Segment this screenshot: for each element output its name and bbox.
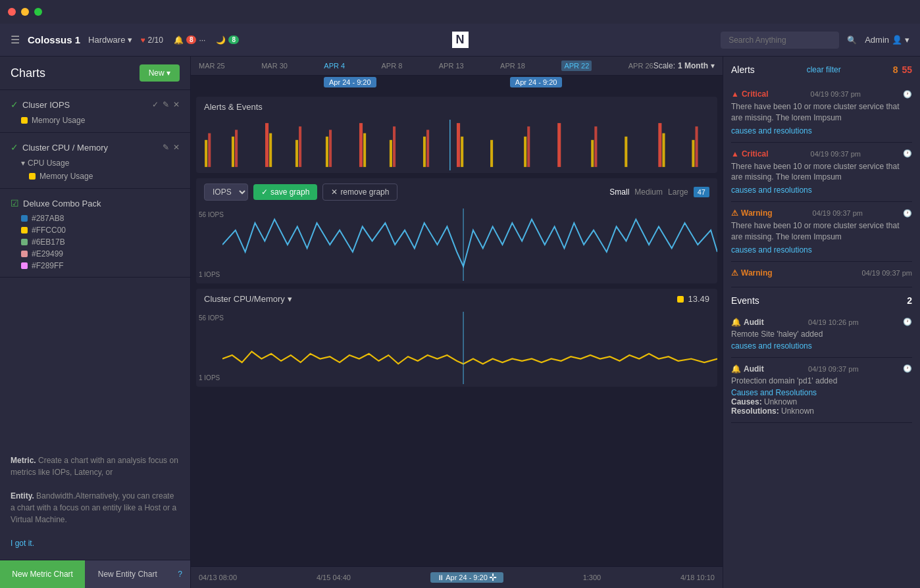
got-it-link[interactable]: I got it.	[11, 539, 34, 548]
date-mar25: MAR 25	[199, 62, 225, 70]
pause-icon: ⏸	[437, 574, 444, 581]
minimize-btn[interactable]	[21, 8, 29, 16]
svg-rect-22	[591, 140, 594, 167]
scale-selector[interactable]: Scale: 1 Month ▾	[653, 61, 715, 70]
deluxe-check-icon: ☑	[11, 198, 19, 208]
clock-icon-e1: 🕐	[903, 364, 912, 373]
check-icon: ✓	[11, 99, 18, 110]
event-1-type: 🔔 Audit	[731, 364, 764, 374]
cpu-memory-usage: Memory Usage	[21, 170, 190, 183]
alerts-events-header: Alerts & Events	[196, 97, 717, 117]
app-title: Colossus 1	[28, 34, 80, 45]
date-apr18: APR 18	[500, 62, 525, 70]
titlebar	[0, 0, 920, 24]
alerts-header: Alerts clear filter 8 55	[731, 64, 912, 75]
svg-rect-16	[457, 123, 460, 167]
edit-icon[interactable]: ✎	[163, 100, 169, 109]
svg-rect-2	[232, 137, 234, 167]
event-1-subtext: Causes: Unknown	[731, 397, 912, 406]
dropdown-icon: ▾	[288, 294, 292, 304]
svg-rect-8	[326, 137, 328, 167]
size-small-btn[interactable]: Small	[609, 187, 629, 197]
alerts-events-chart	[196, 117, 717, 173]
iops-select[interactable]: IOPS	[204, 184, 248, 201]
close-btn[interactable]	[8, 8, 16, 16]
event-item-1: 🔔 Audit 04/19 09:37 pm 🕐 Protection doma…	[731, 358, 912, 423]
svg-rect-4	[265, 123, 268, 167]
cluster-cpu-panel: Cluster CPU/Memory ▾ 13.49 56 IOPS 1 IOP…	[196, 289, 717, 387]
bell-icon-0: 🔔	[731, 318, 741, 327]
deluxe-dot-1	[21, 227, 28, 233]
chart-group-cpu-header[interactable]: ✓ Cluster CPU / Memory ✎ ✕	[0, 138, 190, 157]
new-btn[interactable]: New ▾	[140, 64, 180, 82]
deluxe-color-0: #287AB8	[21, 212, 190, 224]
alert-0-text: There have been 10 or more cluster servi…	[731, 101, 912, 124]
deluxe-title: Deluxe Combo Pack	[23, 199, 180, 208]
warning-icon-3: ⚠	[731, 268, 738, 278]
svg-rect-1	[208, 134, 211, 167]
bottom-timeline-highlight[interactable]: ⏸ Apr 24 - 9:20 ✛	[430, 572, 503, 583]
chart-group-iops-header[interactable]: ✓ Cluser IOPS ✓ ✎ ✕	[0, 95, 190, 114]
save-graph-btn[interactable]: ✓ save graph	[253, 184, 317, 200]
size-medium-btn[interactable]: Medium	[634, 187, 663, 197]
date-apr13: APR 13	[439, 62, 464, 70]
search-input[interactable]	[721, 32, 839, 49]
event-0-link[interactable]: causes and resolutions	[731, 341, 812, 351]
svg-rect-26	[662, 134, 665, 167]
alert-2-type: ⚠ Warning	[731, 208, 773, 218]
close-icon[interactable]: ✕	[173, 100, 180, 109]
svg-rect-15	[426, 130, 429, 166]
hardware-nav[interactable]: Hardware ▾	[88, 35, 132, 45]
svg-rect-3	[235, 130, 238, 166]
alert-0-link[interactable]: causes and resolutions	[731, 126, 812, 135]
cpu-y-bottom: 1 IOPS	[199, 374, 220, 381]
cpu-edit-icon[interactable]: ✎	[163, 143, 169, 152]
chart-group-iops-actions: ✓ ✎ ✕	[152, 100, 180, 109]
alert-badge[interactable]: 🔔 8 ···	[174, 36, 206, 45]
cpu-usage-group[interactable]: ▾ CPU Usage	[21, 157, 190, 170]
svg-rect-12	[390, 140, 392, 167]
admin-btn[interactable]: Admin 👤 ▾	[865, 35, 909, 45]
cpu-y-top: 56 IOPS	[199, 314, 224, 322]
clear-filter-btn[interactable]: clear filter	[807, 65, 841, 74]
cluster-cpu-svg	[196, 312, 717, 384]
svg-rect-21	[557, 123, 561, 167]
deluxe-color-items: #287AB8 #FFCC00 #6EB17B #E29499 #F289FF	[0, 212, 190, 272]
remove-graph-btn[interactable]: ✕ remove graph	[322, 184, 397, 201]
date-apr26: APR 26	[628, 62, 653, 70]
deluxe-header[interactable]: ☑ Deluxe Combo Pack	[0, 194, 190, 212]
chart-group-deluxe: ☑ Deluxe Combo Pack #287AB8 #FFCC00 #6EB…	[0, 189, 190, 278]
svg-rect-24	[625, 137, 627, 167]
alert-counts: 8 55	[893, 64, 912, 75]
user-icon: 👤	[892, 35, 902, 45]
svg-rect-5	[269, 134, 272, 167]
clock-icon-e0: 🕐	[903, 318, 912, 326]
new-entity-chart-btn[interactable]: New Entity Chart	[85, 560, 170, 588]
maximize-btn[interactable]	[34, 8, 42, 16]
alert-1-text: There have been 10 or more cluster servi…	[731, 161, 912, 184]
size-large-btn[interactable]: Large	[668, 187, 688, 197]
event-1-link[interactable]: Causes and Resolutions	[731, 388, 817, 397]
sidebar-footer: New Metric Chart New Entity Chart ?	[0, 560, 190, 588]
cluster-cpu-title-btn[interactable]: Cluster CPU/Memory ▾	[204, 294, 292, 304]
help-btn[interactable]: ?	[170, 560, 190, 588]
iops-memory-usage: Memory Usage	[21, 114, 190, 127]
hamburger-icon[interactable]: ☰	[11, 34, 20, 46]
alert-3-timestamp: 04/19 09:37 pm	[862, 269, 912, 277]
health-badge[interactable]: ♥ 2/10	[140, 36, 163, 45]
main-layout: Charts New ▾ ✓ Cluser IOPS ✓ ✎ ✕ Memory …	[0, 57, 920, 588]
alert-1-link[interactable]: causes and resolutions	[731, 185, 812, 195]
cpu-close-icon[interactable]: ✕	[173, 143, 180, 152]
sidebar-title: Charts	[11, 66, 45, 80]
new-metric-chart-btn[interactable]: New Metric Chart	[0, 560, 85, 588]
check-action-icon[interactable]: ✓	[152, 100, 159, 109]
alert-3-type: ⚠ Warning	[731, 268, 773, 278]
logo-center: N	[314, 32, 607, 48]
chart-group-cpu-actions: ✎ ✕	[163, 143, 180, 152]
moon-badge[interactable]: 🌙 8	[216, 36, 239, 45]
svg-rect-14	[423, 137, 426, 167]
iops-chart-svg	[196, 208, 717, 281]
svg-rect-20	[527, 126, 530, 167]
alert-2-link[interactable]: causes and resolutions	[731, 245, 812, 255]
event-1-resolutions: Resolutions: Unknown	[731, 406, 912, 416]
